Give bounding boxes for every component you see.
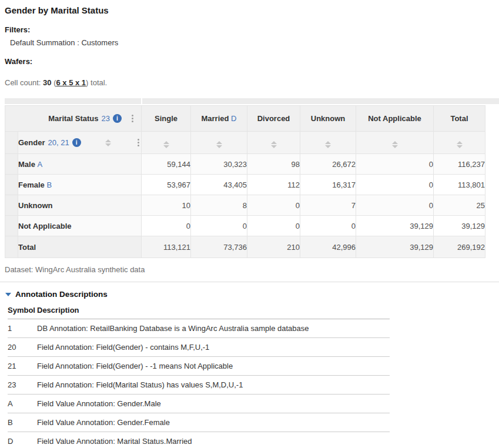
sort-icon[interactable] — [457, 141, 463, 148]
row-field-header-row: Gender 20, 21 i — [5, 132, 485, 154]
column-header-not-applicable[interactable]: Not Applicable — [356, 106, 434, 132]
value-cell: 112 — [247, 175, 300, 195]
cell-count-prefix: Cell count: — [5, 78, 43, 87]
sort-icon[interactable] — [325, 141, 331, 148]
value-cell: 8 — [191, 195, 247, 216]
row-label-text: Unknown — [18, 201, 53, 210]
value-cell: 0 — [247, 195, 300, 216]
annotation-header-row: Symbol Description — [8, 303, 390, 319]
column-header-label: Divorced — [257, 114, 290, 123]
table-row-unknown: Unknown 10 8 0 7 0 25 — [5, 195, 485, 216]
column-annotation-letter: D — [231, 114, 236, 123]
row-field-header: Gender 20, 21 i — [18, 132, 142, 154]
cell-count-suffix: total. — [88, 78, 107, 87]
annotation-description: Field Annotation: Field(Marital Status) … — [37, 376, 390, 394]
info-icon[interactable]: i — [113, 114, 122, 123]
row-header-male[interactable]: Male A — [18, 154, 142, 175]
sort-icon[interactable] — [392, 141, 398, 148]
column-header-label: Total — [450, 114, 468, 123]
row-label-text: Not Applicable — [18, 222, 72, 230]
value-cell: 0 — [142, 216, 191, 236]
value-cell: 26,672 — [300, 154, 356, 175]
annotation-description: Field Annotation: Field(Gender) - contai… — [37, 338, 390, 357]
value-cell: 210 — [247, 236, 300, 258]
column-header-married[interactable]: Married D — [191, 106, 247, 132]
sort-cell-divorced — [247, 132, 300, 154]
value-cell: 16,317 — [300, 175, 356, 195]
value-cell: 39,129 — [434, 216, 485, 236]
row-annotation-letter: B — [46, 180, 52, 189]
column-header-total[interactable]: Total — [434, 106, 485, 132]
annotation-symbol: D — [8, 432, 37, 448]
sort-cell-not-applicable — [356, 132, 434, 154]
column-field-header-row: Marital Status 23 i Single Married D Div… — [5, 106, 485, 132]
value-cell: 59,144 — [142, 154, 191, 175]
row-band-cell — [5, 132, 18, 154]
annotation-symbol: 20 — [8, 338, 37, 357]
annotation-description: Field Value Annotation: Marital Status.M… — [37, 432, 390, 448]
annotation-descriptions-heading: Annotation Descriptions — [15, 290, 108, 299]
crosstab-table: Marital Status 23 i Single Married D Div… — [5, 105, 485, 258]
row-annotation-letter: A — [38, 160, 43, 169]
annotation-symbol: B — [8, 413, 37, 432]
info-icon[interactable]: i — [72, 138, 81, 147]
divider — [0, 282, 499, 282]
annotation-symbol: 23 — [8, 376, 37, 394]
kebab-menu-icon[interactable] — [136, 138, 141, 148]
annotation-row: 21 Field Annotation: Field(Gender) - -1 … — [8, 357, 390, 376]
row-band-cell — [5, 175, 18, 195]
row-header-not-applicable[interactable]: Not Applicable — [18, 216, 142, 236]
page: Gender by Marital Status Filters: Defaul… — [0, 0, 499, 448]
column-header-label: Unknown — [311, 114, 346, 123]
annotation-symbol: 1 — [8, 319, 37, 338]
cell-count: Cell count: 30 (6 x 5 x 1) total. — [5, 78, 494, 87]
value-cell: 116,237 — [434, 154, 485, 175]
column-header-divorced[interactable]: Divorced — [247, 106, 300, 132]
table-row-male: Male A 59,144 30,323 98 26,672 0 116,237 — [5, 154, 485, 175]
column-header-single[interactable]: Single — [142, 106, 191, 132]
annotation-symbol: A — [8, 394, 37, 413]
row-band-cell — [5, 216, 18, 236]
value-cell: 0 — [300, 216, 356, 236]
annotation-row: D Field Value Annotation: Marital Status… — [8, 432, 390, 448]
annotation-description: DB Annotation: RetailBanking Database is… — [37, 319, 390, 338]
sort-cell-single — [142, 132, 191, 154]
annotation-symbol-header: Symbol — [8, 303, 37, 319]
row-header-female[interactable]: Female B — [18, 175, 142, 195]
value-cell: 10 — [142, 195, 191, 216]
sort-cell-unknown — [300, 132, 356, 154]
value-cell: 113,121 — [142, 236, 191, 258]
table-row-female: Female B 53,967 43,405 112 16,317 0 113,… — [5, 175, 485, 195]
table-row-total: Total 113,121 73,736 210 42,996 39,129 2… — [5, 236, 485, 258]
sort-icon[interactable] — [216, 141, 222, 148]
value-cell: 269,192 — [434, 236, 485, 258]
sort-icon[interactable] — [271, 141, 277, 148]
annotation-description-header: Description — [37, 303, 390, 319]
kebab-menu-icon[interactable] — [130, 113, 135, 123]
value-cell: 39,129 — [356, 236, 434, 258]
collapse-triangle-icon — [5, 293, 11, 296]
value-cell: 30,323 — [191, 154, 247, 175]
value-cell: 0 — [247, 216, 300, 236]
filters-value: Default Summation : Customers — [5, 38, 494, 47]
row-label-text: Total — [18, 243, 36, 252]
value-cell: 0 — [191, 216, 247, 236]
annotation-description: Field Annotation: Field(Gender) - -1 mea… — [37, 357, 390, 376]
value-cell: 7 — [300, 195, 356, 216]
annotation-table: Symbol Description 1 DB Annotation: Reta… — [8, 303, 390, 448]
row-band-cell — [5, 236, 18, 258]
crosstab: Marital Status 23 i Single Married D Div… — [5, 98, 494, 258]
value-cell: 0 — [356, 175, 434, 195]
row-header-unknown[interactable]: Unknown — [18, 195, 142, 216]
annotation-descriptions-toggle[interactable]: Annotation Descriptions — [5, 290, 494, 299]
cell-count-dimensions-link[interactable]: 6 x 5 x 1 — [56, 78, 86, 87]
column-header-unknown[interactable]: Unknown — [300, 106, 356, 132]
row-band-cell — [5, 154, 18, 175]
column-field-annotation-refs: 23 — [102, 114, 110, 123]
cell-count-value: 30 — [43, 78, 51, 87]
annotation-row: B Field Value Annotation: Gender.Female — [8, 413, 390, 432]
value-cell: 42,996 — [300, 236, 356, 258]
sort-icon[interactable] — [105, 139, 111, 146]
sort-icon[interactable] — [163, 141, 169, 148]
row-field-annotation-refs: 20, 21 — [48, 138, 69, 147]
